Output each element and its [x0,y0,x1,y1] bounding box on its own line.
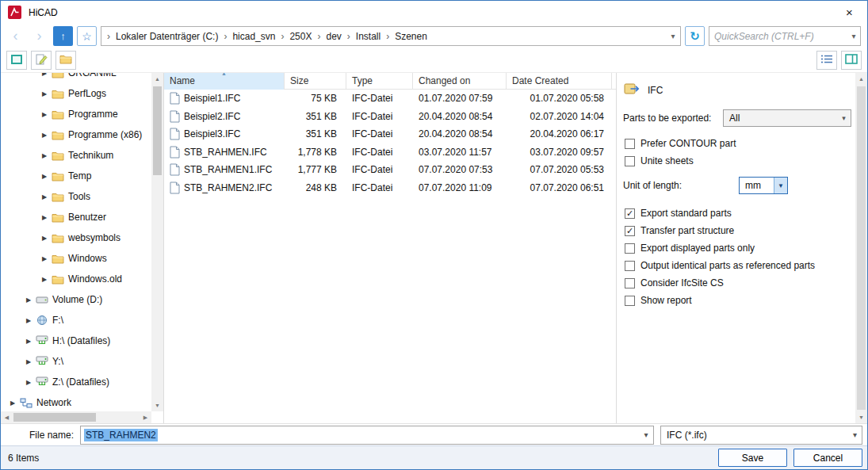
expand-arrow-icon[interactable]: ▶ [7,399,18,407]
preview-pane-button[interactable] [841,51,862,70]
breadcrumb-item[interactable]: Install [356,31,380,42]
tree-item[interactable]: ▶Programme [1,104,151,124]
expand-arrow-icon[interactable]: ▶ [39,111,50,118]
expand-arrow-icon[interactable]: ▶ [23,296,34,304]
expand-arrow-icon[interactable]: ▶ [39,132,50,139]
scrollbar-thumb[interactable] [153,86,162,175]
tree-item[interactable]: ▶websymbols [1,227,151,248]
expand-arrow-icon[interactable]: ▶ [39,73,50,77]
tree-item[interactable]: ▶Tools [1,186,151,207]
folder-button[interactable] [55,51,76,70]
breadcrumb-item[interactable]: Lokaler Datenträger (C:) [116,31,218,42]
parts-export-combobox[interactable]: All ▾ [723,109,851,127]
tree-horizontal-scrollbar[interactable]: ◀ ▶ [1,411,151,423]
file-row[interactable]: STB_RAHMEN1.IFC1,777 KBIFC-Datei07.07.20… [164,161,616,179]
details-view-button[interactable] [816,51,837,70]
checkbox[interactable] [625,139,635,149]
checkbox-label[interactable]: Output identical parts as referenced par… [640,260,815,271]
favorites-button[interactable]: ☆ [77,26,97,46]
tree-item[interactable]: ▶Network [1,392,151,411]
forward-button[interactable]: › [29,26,49,46]
back-button[interactable]: ‹ [6,26,25,46]
expand-arrow-icon[interactable]: ▶ [23,338,34,345]
tree-item[interactable]: ▶Programme (x86) [1,124,151,145]
column-header-type[interactable]: Type [346,73,413,90]
checkbox[interactable]: ✓ [625,226,635,236]
checkbox-label[interactable]: Transfer part structure [640,225,734,236]
checkbox[interactable] [625,261,635,271]
expand-arrow-icon[interactable]: ▶ [39,152,50,159]
expand-arrow-icon[interactable]: ▶ [23,379,34,386]
expand-arrow-icon[interactable]: ▶ [39,173,50,180]
tree-item[interactable]: ▶Windows.old [1,269,151,289]
cancel-button[interactable]: Cancel [793,449,862,467]
file-row[interactable]: STB_RAHMEN2.IFC248 KBIFC-Datei07.07.2020… [164,179,616,197]
checkbox[interactable] [625,278,635,288]
scroll-up-icon[interactable]: ▲ [151,73,163,85]
close-button[interactable]: × [832,1,867,24]
scroll-right-icon[interactable]: ▶ [140,411,151,423]
breadcrumb-item[interactable]: 250X [289,31,312,42]
scroll-left-icon[interactable]: ◀ [1,411,13,423]
tree-item[interactable]: ▶Z:\ (Datafiles) [1,372,151,392]
checkbox-label[interactable]: Prefer CONTOUR part [640,138,736,149]
new-scene-button[interactable] [6,51,27,70]
refresh-button[interactable]: ↻ [685,26,705,46]
tree-vertical-scrollbar[interactable]: ▲ ▼ [151,73,163,411]
breadcrumb-dropdown-button[interactable]: ▾ [666,32,680,40]
save-button[interactable]: Save [718,449,787,467]
checkbox[interactable] [625,156,635,166]
expand-arrow-icon[interactable]: ▶ [39,276,50,283]
checkbox[interactable] [625,296,635,306]
filename-input[interactable]: STB_RAHMEN2 ▾ [80,426,654,445]
scroll-down-icon[interactable]: ▼ [151,399,163,411]
tree-item[interactable]: ▶H:\ (Datafiles) [1,331,151,351]
filename-dropdown-button[interactable]: ▾ [639,430,653,439]
column-header-date-created[interactable]: Date Created [507,73,612,90]
scroll-up-icon[interactable]: ▲ [855,73,867,85]
column-header-changed-on[interactable]: Changed on [413,73,507,90]
tree-item[interactable]: ▶PerfLogs [1,83,151,104]
checkbox-label[interactable]: Export displayed parts only [640,243,755,254]
tree-item[interactable]: ▶Windows [1,248,151,269]
tree-item[interactable]: ▶F:\ [1,310,151,331]
checkbox-label[interactable]: Unite sheets [640,155,694,166]
expand-arrow-icon[interactable]: ▶ [39,214,50,221]
tree-item[interactable]: ▶Temp [1,166,151,186]
checkbox-label[interactable]: Show report [640,295,692,306]
unit-of-length-combobox[interactable]: mm ▼ [739,177,788,194]
file-row[interactable]: Beispiel1.IFC75 KBIFC-Datei01.07.2020 07… [164,90,616,108]
checkbox[interactable]: ✓ [625,208,635,219]
file-row[interactable]: Beispiel2.IFC351 KBIFC-Datei20.04.2020 0… [164,108,616,126]
file-row[interactable]: Beispiel3.IFC351 KBIFC-Datei20.04.2020 0… [164,125,616,143]
breadcrumb-item[interactable]: dev [326,31,341,42]
expand-arrow-icon[interactable]: ▶ [39,90,50,97]
expand-arrow-icon[interactable]: ▶ [39,255,50,262]
expand-arrow-icon[interactable]: ▶ [23,358,34,365]
expand-arrow-icon[interactable]: ▶ [39,235,50,242]
file-row[interactable]: STB_RAHMEN.IFC1,778 KBIFC-Datei03.07.202… [164,143,616,162]
tree-item[interactable]: ▶ORGANML [1,73,151,83]
tree-item[interactable]: ▶Benutzer [1,207,151,227]
expand-arrow-icon[interactable]: ▶ [39,193,50,201]
column-header-size[interactable]: Size [285,73,346,90]
column-header-name[interactable]: Name▲ [164,73,285,90]
checkbox-label[interactable]: Consider IfcSite CS [640,277,724,288]
tree-item[interactable]: ▶Technikum [1,145,151,166]
scroll-down-icon[interactable]: ▼ [855,411,867,423]
breadcrumb-item[interactable]: Szenen [395,31,427,42]
scrollbar-thumb[interactable] [13,413,96,422]
tree-item[interactable]: ▶Y:\ [1,351,151,372]
breadcrumb-item[interactable]: hicad_svn [232,31,275,42]
tree-item[interactable]: ▶Volume (D:) [1,289,151,310]
expand-arrow-icon[interactable]: ▶ [23,317,34,324]
scrollbar-thumb[interactable] [857,86,866,410]
options-scrollbar[interactable]: ▲ ▼ [855,73,867,423]
up-button[interactable]: ↑ [53,26,73,46]
quicksearch-input[interactable] [709,31,847,42]
checkbox-label[interactable]: Export standard parts [640,208,732,219]
edit-button[interactable] [31,51,52,70]
filetype-combobox[interactable]: IFC (*.ifc) ▾ [660,426,862,445]
checkbox[interactable] [625,243,635,254]
quicksearch-dropdown-button[interactable]: ▾ [847,32,860,40]
